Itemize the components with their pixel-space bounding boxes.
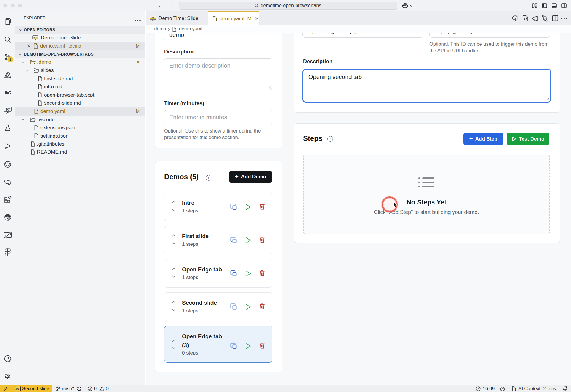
svg-text:DT: DT [5, 108, 10, 111]
svg-text:DT: DT [151, 17, 154, 19]
svg-text:DT: DT [34, 36, 37, 38]
